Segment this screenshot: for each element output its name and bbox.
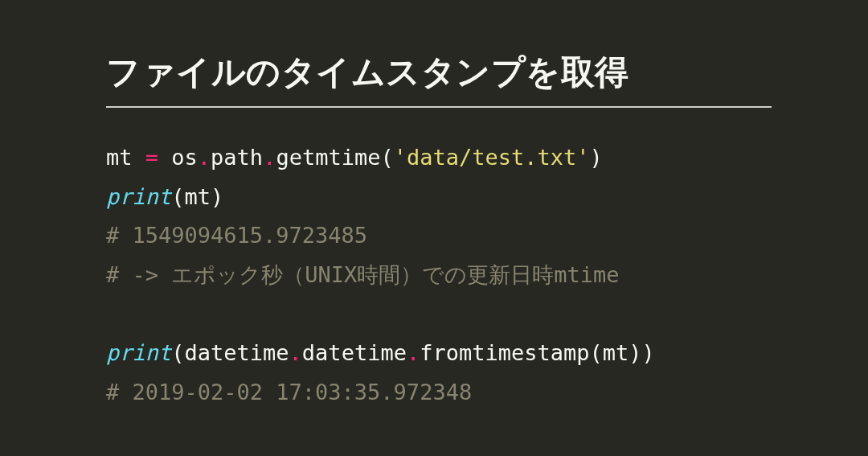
token-var: mt xyxy=(106,145,145,170)
token-name: path xyxy=(211,145,263,170)
token-paren: ) xyxy=(590,145,603,170)
code-line-6: print(datetime.datetime.fromtimestamp(mt… xyxy=(106,340,655,365)
token-string: 'data/test.txt' xyxy=(394,145,590,170)
token-name: os xyxy=(158,145,198,170)
code-line-3: # 1549094615.9723485 xyxy=(106,223,367,248)
token-call: getmtime( xyxy=(276,145,393,170)
token-name: datetime xyxy=(302,340,407,365)
token-builtin: print xyxy=(106,184,171,209)
code-line-1: mt = os.path.getmtime('data/test.txt') xyxy=(106,145,603,170)
code-line-2: print(mt) xyxy=(106,184,223,209)
page-title: ファイルのタイムスタンプを取得 xyxy=(106,50,772,108)
code-line-4: # -> エポック秒（UNIX時間）での更新日時mtime xyxy=(106,262,620,287)
token-name: (datetime xyxy=(171,340,289,365)
token-dot: . xyxy=(289,340,302,365)
slide: ファイルのタイムスタンプを取得 mt = os.path.getmtime('d… xyxy=(0,0,868,412)
token-call: fromtimestamp(mt)) xyxy=(420,340,655,365)
token-args: (mt) xyxy=(171,184,223,209)
token-operator: = xyxy=(145,145,158,170)
token-dot: . xyxy=(198,145,211,170)
token-builtin: print xyxy=(106,340,171,365)
code-line-7: # 2019-02-02 17:03:35.972348 xyxy=(106,380,472,405)
token-dot: . xyxy=(407,340,420,365)
token-dot: . xyxy=(263,145,276,170)
code-block: mt = os.path.getmtime('data/test.txt') p… xyxy=(106,138,772,412)
